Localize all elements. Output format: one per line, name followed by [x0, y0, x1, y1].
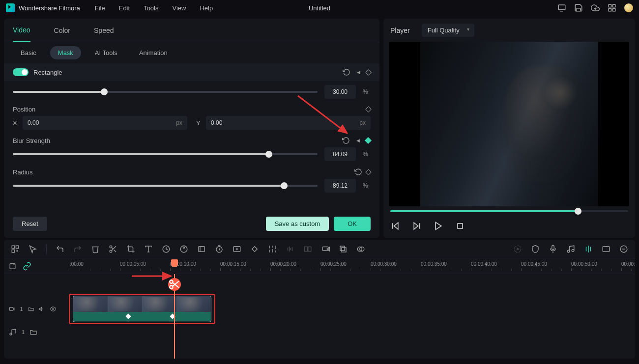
svg-point-19	[110, 246, 112, 248]
save-as-custom-button[interactable]: Save as custom	[266, 217, 329, 231]
menu-file[interactable]: File	[95, 4, 105, 12]
radius-reset-icon[interactable]	[354, 168, 362, 176]
duration-icon[interactable]	[215, 245, 224, 253]
timeline-toolbar	[4, 240, 635, 258]
svg-point-78	[10, 333, 12, 335]
zoom-out-icon[interactable]	[619, 245, 628, 253]
keyframe-icon[interactable]	[365, 69, 372, 76]
tab-video[interactable]: Video	[13, 19, 30, 42]
menu-help[interactable]: Help	[200, 4, 213, 12]
svg-rect-15	[16, 246, 19, 248]
play-button[interactable]	[434, 221, 443, 231]
app-name: Wondershare Filmora	[19, 4, 80, 12]
radius-slider[interactable]	[13, 185, 318, 187]
stop-button[interactable]	[455, 221, 465, 231]
tab-color[interactable]: Color	[54, 20, 70, 41]
video-track-1: 1 ▶Video (1)	[4, 295, 635, 323]
position-x-input[interactable]: 0.00px	[23, 116, 187, 130]
add-media-icon[interactable]	[9, 262, 18, 271]
speed-icon[interactable]	[162, 245, 171, 253]
radius-keyframe-icon[interactable]	[365, 169, 372, 175]
magnet-icon[interactable]	[584, 245, 593, 253]
select-tool-icon[interactable]	[29, 245, 37, 253]
user-avatar-icon[interactable]	[624, 3, 633, 12]
undo-icon[interactable]	[56, 245, 64, 253]
screen-icon[interactable]	[557, 3, 566, 12]
text-icon[interactable]	[144, 245, 153, 253]
menu-edit[interactable]: Edit	[119, 4, 130, 12]
prev-keyframe-icon[interactable]: ◀	[354, 68, 362, 76]
keyframe-tool-icon[interactable]	[250, 245, 259, 253]
radius-value[interactable]: 89.12	[324, 179, 356, 193]
next-frame-button[interactable]	[412, 221, 422, 231]
greenscreen-icon[interactable]	[197, 245, 206, 253]
svg-marker-10	[414, 223, 418, 229]
video-preview[interactable]	[389, 42, 629, 206]
add-track-icon[interactable]	[11, 245, 20, 253]
subtab-mask[interactable]: Mask	[50, 46, 81, 59]
quality-select[interactable]: Full Quality	[422, 24, 474, 37]
view-icon[interactable]	[602, 245, 610, 253]
adjust-icon[interactable]	[232, 245, 241, 253]
blur-value[interactable]: 84.09	[324, 147, 356, 161]
color-icon[interactable]	[179, 245, 188, 253]
audio-eq-icon[interactable]	[286, 245, 294, 253]
svg-rect-62	[603, 246, 610, 252]
track-visibility-icon[interactable]	[50, 305, 56, 313]
blur-label: Blur Strength	[13, 137, 50, 144]
save-icon[interactable]	[574, 3, 583, 12]
blur-slider[interactable]	[13, 153, 318, 155]
tab-speed[interactable]: Speed	[94, 20, 114, 41]
svg-rect-34	[252, 246, 258, 252]
reset-icon[interactable]	[343, 68, 350, 76]
preview-scrubber[interactable]	[390, 210, 628, 212]
audio-track-folder-icon[interactable]	[29, 328, 37, 336]
video-clip[interactable]: ▶Video (1)	[73, 296, 211, 322]
mask-tool-icon[interactable]	[356, 245, 365, 253]
split-icon[interactable]	[109, 245, 117, 253]
audio-track-index: 1	[22, 329, 25, 335]
link-icon[interactable]	[23, 262, 31, 271]
blur-keyframe-active-icon[interactable]	[365, 137, 372, 144]
marker-icon[interactable]	[531, 245, 540, 253]
mask-toggle[interactable]	[13, 68, 29, 76]
mixer-icon[interactable]	[268, 245, 277, 253]
record-vo-icon[interactable]	[321, 245, 330, 253]
audio-track-type-icon	[9, 328, 17, 336]
subtab-aitools[interactable]: AI Tools	[87, 46, 125, 59]
svg-rect-0	[558, 5, 565, 10]
svg-line-23	[112, 248, 113, 249]
delete-icon[interactable]	[91, 245, 100, 253]
redo-icon[interactable]	[73, 245, 82, 253]
svg-point-57	[567, 250, 570, 252]
playhead[interactable]	[174, 274, 175, 359]
blur-prev-keyframe-icon[interactable]: ◀	[354, 137, 362, 144]
menu-view[interactable]: View	[172, 4, 186, 12]
subtab-animation[interactable]: Animation	[131, 46, 175, 59]
clip-keyframe-1[interactable]	[125, 313, 131, 319]
svg-point-54	[517, 248, 519, 250]
track-folder-icon[interactable]	[28, 305, 34, 313]
position-label: Position	[13, 106, 35, 113]
size-slider[interactable]	[13, 91, 318, 93]
group-icon[interactable]	[339, 245, 348, 253]
render-icon[interactable]	[513, 245, 522, 253]
subtab-basic[interactable]: Basic	[13, 46, 44, 59]
menu-tools[interactable]: Tools	[144, 4, 158, 12]
grid-icon[interactable]	[608, 3, 616, 12]
reset-button[interactable]: Reset	[13, 217, 47, 231]
primary-tabs: Video Color Speed	[4, 19, 379, 42]
mic-icon[interactable]	[549, 245, 557, 253]
cloud-icon[interactable]	[591, 3, 600, 12]
app-logo-icon	[6, 3, 15, 12]
crop-icon[interactable]	[126, 245, 135, 253]
y-label: Y	[196, 119, 203, 127]
ok-button[interactable]: OK	[334, 217, 371, 231]
track-mute-icon[interactable]	[39, 305, 45, 313]
position-keyframe-icon[interactable]	[365, 106, 372, 112]
svg-rect-45	[304, 247, 307, 251]
prev-frame-button[interactable]	[390, 221, 400, 231]
clip-keyframe-lane[interactable]	[73, 312, 211, 321]
detach-audio-icon[interactable]	[303, 245, 312, 253]
audio-track-icon[interactable]	[566, 245, 575, 253]
